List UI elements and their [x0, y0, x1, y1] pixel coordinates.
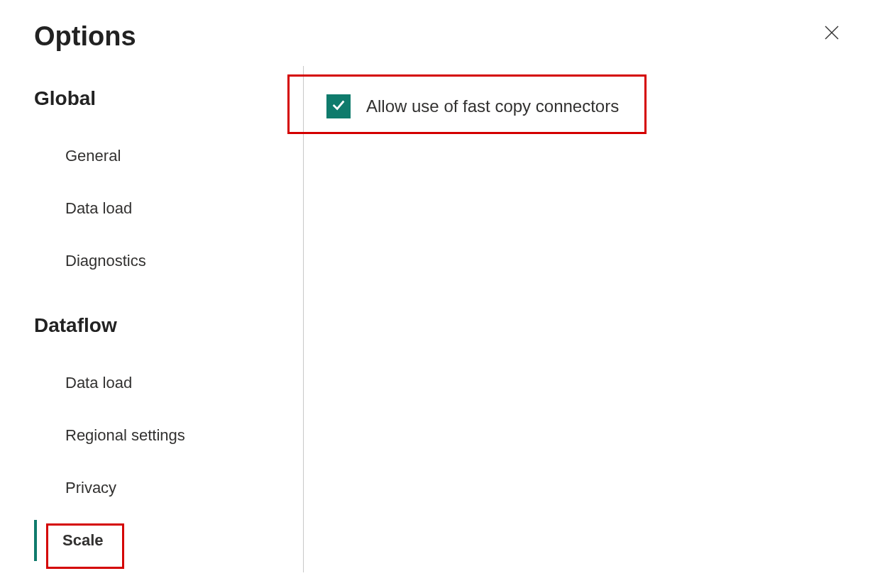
options-dialog: Options Global General Data load Diagnos… — [0, 0, 880, 588]
sidebar-item-label: Regional settings — [65, 426, 185, 444]
sidebar-item-label: Diagnostics — [65, 252, 146, 270]
sidebar-item-regional-settings[interactable]: Regional settings — [34, 415, 286, 456]
dialog-body: Global General Data load Diagnostics Dat… — [34, 87, 846, 572]
fast-copy-label[interactable]: Allow use of fast copy connectors — [366, 96, 619, 116]
close-icon — [823, 24, 840, 45]
section-header-global: Global — [34, 87, 286, 110]
sidebar-item-label: General — [65, 147, 121, 165]
fast-copy-option: Allow use of fast copy connectors — [321, 87, 846, 126]
close-button[interactable] — [818, 21, 846, 47]
sidebar-item-data-load-dataflow[interactable]: Data load — [34, 362, 286, 404]
sidebar-item-scale[interactable]: Scale — [34, 520, 286, 561]
sidebar-item-privacy[interactable]: Privacy — [34, 467, 286, 509]
sidebar-item-general[interactable]: General — [34, 135, 286, 177]
sidebar-item-diagnostics[interactable]: Diagnostics — [34, 240, 286, 282]
sidebar-item-label: Scale — [62, 531, 104, 549]
sidebar-item-data-load-global[interactable]: Data load — [34, 188, 286, 229]
checkmark-icon — [331, 97, 346, 116]
dialog-header: Options — [34, 21, 846, 52]
options-sidebar: Global General Data load Diagnostics Dat… — [34, 87, 286, 572]
sidebar-item-label: Data load — [65, 374, 132, 392]
vertical-divider — [303, 66, 304, 572]
options-content: Allow use of fast copy connectors — [321, 87, 846, 572]
dialog-title: Options — [34, 21, 136, 52]
sidebar-item-label: Data load — [65, 199, 132, 217]
section-header-dataflow: Dataflow — [34, 314, 286, 337]
sidebar-item-label: Privacy — [65, 479, 116, 497]
fast-copy-checkbox[interactable] — [326, 94, 351, 118]
